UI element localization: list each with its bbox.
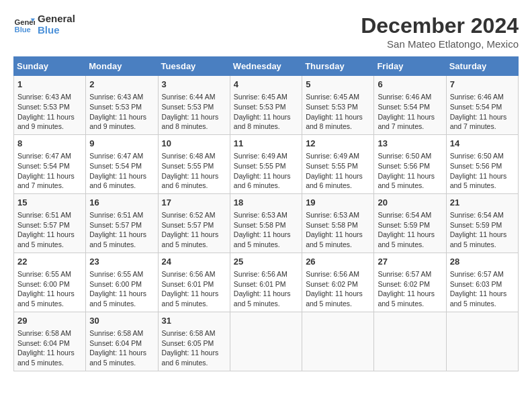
calendar-cell (230, 312, 302, 371)
weekday-header-tuesday: Tuesday (158, 57, 230, 76)
day-info-line: Daylight: 11 hours (89, 112, 154, 122)
day-number: 18 (234, 197, 298, 209)
day-info-line: and 7 minutes. (450, 122, 515, 132)
day-info-line: Sunrise: 6:46 AM (450, 92, 515, 102)
day-info-line: Sunset: 5:58 PM (306, 220, 370, 230)
calendar-cell: 16Sunrise: 6:51 AMSunset: 5:57 PMDayligh… (86, 193, 158, 253)
day-info-line: Sunset: 6:04 PM (17, 338, 82, 349)
calendar-cell: 1Sunrise: 6:43 AMSunset: 5:53 PMDaylight… (14, 76, 86, 135)
weekday-header-monday: Monday (86, 57, 158, 76)
calendar-week-row: 1Sunrise: 6:43 AMSunset: 5:53 PMDaylight… (14, 76, 519, 135)
day-info-line: Daylight: 11 hours (378, 112, 442, 122)
calendar-cell: 11Sunrise: 6:49 AMSunset: 5:55 PMDayligh… (230, 134, 302, 193)
day-info-line: Sunrise: 6:56 AM (162, 269, 226, 279)
calendar-cell: 31Sunrise: 6:58 AMSunset: 6:05 PMDayligh… (158, 312, 230, 371)
day-info-line: Sunrise: 6:43 AM (89, 92, 154, 102)
day-info-line: Sunrise: 6:48 AM (162, 151, 226, 161)
day-info-line: and 5 minutes. (89, 299, 154, 309)
logo-line2: Blue (38, 25, 75, 36)
calendar-cell: 17Sunrise: 6:52 AMSunset: 5:57 PMDayligh… (158, 193, 230, 253)
calendar-cell: 24Sunrise: 6:56 AMSunset: 6:01 PMDayligh… (158, 253, 230, 312)
page-header: General Blue General Blue December 2024 … (13, 13, 519, 50)
day-number: 8 (17, 138, 82, 150)
day-number: 5 (306, 79, 370, 91)
day-info-line: Daylight: 11 hours (162, 289, 226, 299)
day-info-line: Daylight: 11 hours (378, 289, 442, 299)
day-info-line: Daylight: 11 hours (450, 171, 515, 181)
day-info-line: Sunset: 5:53 PM (162, 102, 226, 112)
day-info-line: Daylight: 11 hours (89, 171, 154, 181)
day-info-line: Sunset: 5:53 PM (17, 102, 82, 112)
calendar-cell: 10Sunrise: 6:48 AMSunset: 5:55 PMDayligh… (158, 134, 230, 193)
calendar-cell: 19Sunrise: 6:53 AMSunset: 5:58 PMDayligh… (302, 193, 374, 253)
day-info-line: Daylight: 11 hours (378, 171, 442, 181)
day-info-line: and 5 minutes. (450, 299, 515, 309)
day-number: 21 (450, 197, 515, 209)
month-year-title: December 2024 (361, 13, 519, 38)
day-info-line: Sunrise: 6:56 AM (234, 269, 298, 279)
day-info-line: Sunset: 6:04 PM (89, 338, 154, 349)
logo-icon: General Blue (13, 14, 35, 36)
day-info-line: Sunrise: 6:50 AM (378, 151, 442, 161)
day-info-line: Daylight: 11 hours (162, 230, 226, 240)
day-info-line: Sunset: 6:02 PM (306, 279, 370, 289)
day-info-line: Daylight: 11 hours (162, 112, 226, 122)
day-info-line: and 5 minutes. (17, 358, 82, 368)
day-info-line: Daylight: 11 hours (17, 112, 82, 122)
day-info-line: Sunrise: 6:57 AM (450, 269, 515, 279)
day-number: 11 (234, 138, 298, 150)
day-info-line: Sunrise: 6:46 AM (378, 92, 442, 102)
day-info-line: Daylight: 11 hours (162, 348, 226, 358)
day-number: 7 (450, 79, 515, 91)
day-info-line: Daylight: 11 hours (306, 112, 370, 122)
day-info-line: Daylight: 11 hours (306, 289, 370, 299)
day-info-line: and 5 minutes. (378, 181, 442, 191)
day-info-line: and 5 minutes. (306, 299, 370, 309)
day-number: 3 (162, 79, 226, 91)
location-subtitle: San Mateo Etlatongo, Mexico (361, 38, 519, 50)
day-info-line: Sunset: 5:53 PM (306, 102, 370, 112)
weekday-header-thursday: Thursday (302, 57, 374, 76)
weekday-header-wednesday: Wednesday (230, 57, 302, 76)
day-info-line: Daylight: 11 hours (306, 230, 370, 240)
day-number: 16 (89, 197, 154, 209)
day-info-line: Sunrise: 6:55 AM (17, 269, 82, 279)
day-number: 9 (89, 138, 154, 150)
day-info-line: Sunset: 5:54 PM (89, 161, 154, 171)
day-info-line: Daylight: 11 hours (17, 348, 82, 358)
calendar-cell: 15Sunrise: 6:51 AMSunset: 5:57 PMDayligh… (14, 193, 86, 253)
calendar-cell: 20Sunrise: 6:54 AMSunset: 5:59 PMDayligh… (374, 193, 446, 253)
day-info-line: Sunset: 5:56 PM (450, 161, 515, 171)
calendar-cell: 25Sunrise: 6:56 AMSunset: 6:01 PMDayligh… (230, 253, 302, 312)
day-info-line: Daylight: 11 hours (89, 230, 154, 240)
day-info-line: and 5 minutes. (234, 299, 298, 309)
day-info-line: Sunset: 5:54 PM (17, 161, 82, 171)
calendar-cell: 13Sunrise: 6:50 AMSunset: 5:56 PMDayligh… (374, 134, 446, 193)
day-info-line: and 7 minutes. (378, 122, 442, 132)
day-number: 1 (17, 79, 82, 91)
day-info-line: and 6 minutes. (234, 181, 298, 191)
day-info-line: Sunset: 6:02 PM (378, 279, 442, 289)
calendar-cell (374, 312, 446, 371)
day-info-line: Sunrise: 6:55 AM (89, 269, 154, 279)
day-number: 15 (17, 197, 82, 209)
day-info-line: Daylight: 11 hours (162, 171, 226, 181)
day-number: 20 (378, 197, 442, 209)
day-info-line: Sunset: 5:59 PM (450, 220, 515, 230)
calendar-cell: 18Sunrise: 6:53 AMSunset: 5:58 PMDayligh… (230, 193, 302, 253)
day-number: 19 (306, 197, 370, 209)
day-number: 24 (162, 256, 226, 268)
day-info-line: and 5 minutes. (162, 240, 226, 250)
calendar-cell: 8Sunrise: 6:47 AMSunset: 5:54 PMDaylight… (14, 134, 86, 193)
day-info-line: and 8 minutes. (234, 122, 298, 132)
calendar-cell: 30Sunrise: 6:58 AMSunset: 6:04 PMDayligh… (86, 312, 158, 371)
day-info-line: Sunrise: 6:43 AM (17, 92, 82, 102)
day-info-line: Sunset: 5:59 PM (378, 220, 442, 230)
day-info-line: and 6 minutes. (306, 181, 370, 191)
day-number: 26 (306, 256, 370, 268)
day-info-line: Sunset: 5:53 PM (89, 102, 154, 112)
day-info-line: and 7 minutes. (17, 181, 82, 191)
day-number: 29 (17, 315, 82, 327)
day-number: 13 (378, 138, 442, 150)
day-info-line: Daylight: 11 hours (450, 289, 515, 299)
